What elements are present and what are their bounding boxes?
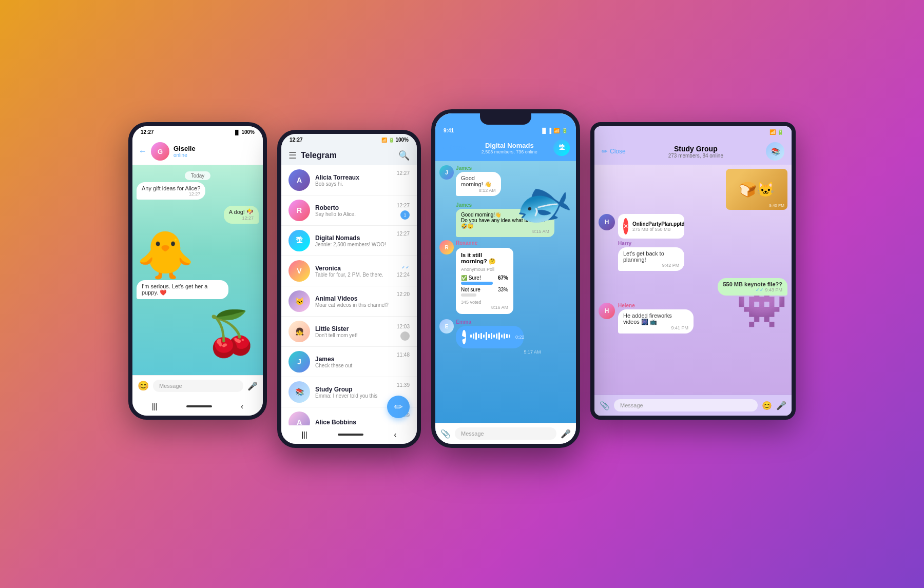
svg-rect-11 (498, 332, 500, 340)
compose-fab[interactable]: ✏ (387, 396, 410, 418)
poll-bar-1 (461, 282, 493, 285)
avatar-little-sister: 👧 (288, 321, 310, 342)
phone2-time: 12:27 (290, 137, 303, 143)
tablet-header: ✏ Close Study Group 273 members, 84 onli… (594, 138, 792, 165)
james-avatar-small: J (439, 165, 454, 180)
cherry-sticker: 🍒 (204, 311, 259, 355)
roxanne-avatar: R (439, 240, 454, 254)
emoji-icon-tablet[interactable]: 😊 (762, 401, 772, 410)
list-item-roberto[interactable]: R Roberto Say hello to Alice. 12:27 1 (281, 195, 417, 226)
svg-rect-5 (483, 335, 485, 338)
msg-bubble-3: I'm serious. Let's get her a puppy. ❤️ (137, 280, 228, 299)
attachment-icon-tablet[interactable]: 📎 (600, 401, 610, 410)
phone1-chat-area: Today Any gift ideas for Alice? 12:27 A … (132, 165, 263, 386)
phone1-input-bar[interactable]: 😊 Message 🎤 (132, 375, 263, 396)
phone3-group-avatar: 🏝 (553, 140, 570, 156)
poll-votes: 345 voted (461, 300, 508, 305)
phone3-group-name: Digital Nomads (470, 142, 549, 149)
img-time: 9:40 PM (769, 203, 784, 208)
harry-msg-row: H ✕ OnlinePartyPlan.pptd 275 MB of 550 M… (599, 214, 787, 274)
helene-msg: Helene He added fireworks videos 🎆 📺 9:4… (618, 303, 713, 337)
svg-rect-10 (496, 334, 497, 339)
tablet-status-bar: 📶 🔋 (594, 126, 792, 138)
svg-rect-13 (504, 334, 505, 339)
mic-icon[interactable]: 🎤 (247, 381, 258, 391)
sparkle-2: ✦ (174, 237, 178, 243)
phone2-battery: 📶 🔋 100% (381, 137, 409, 143)
emma-voice-bubble[interactable]: ▶ (456, 326, 524, 348)
info-veronica: Veronica Table for four, 2 PM. Be there. (315, 265, 392, 278)
phone3-header: ← Chats Digital Nomads 2,503 members, 73… (435, 136, 576, 161)
nav-back-icon: ‹ (241, 402, 243, 410)
info-roberto: Roberto Say hello to Alice. (315, 204, 392, 217)
info-animal-videos: Animal Videos Moar cat videos in this ch… (315, 295, 392, 308)
roxanne-poll: R Roxanne Is it still morning? 🤔 Anonymo… (439, 240, 572, 316)
svg-rect-6 (486, 332, 487, 340)
harry-text-row: Harry Let's get back to planning! 9:42 P… (618, 241, 701, 271)
phone3-input-bar[interactable]: 📎 Message 🎤 (435, 423, 576, 444)
tablet-chat-area: 🍞🐱 9:40 PM 👾 H ✕ OnlinePartyPlan.ppt (594, 165, 792, 403)
phone2-status-bar: 12:27 📶 🔋 100% (281, 134, 417, 146)
file-name: OnlinePartyPlan.pptd (632, 221, 685, 227)
avatar-animal-videos: 🐱 (288, 290, 310, 312)
battery-icon3: 🔋 (562, 128, 568, 133)
mic-icon-tablet[interactable]: 🎤 (776, 401, 786, 410)
play-button[interactable]: ▶ (462, 330, 466, 344)
svg-rect-9 (493, 335, 495, 338)
avatar-roberto: R (288, 200, 310, 221)
svg-rect-14 (506, 334, 508, 338)
hamburger-icon[interactable]: ☰ (288, 150, 297, 161)
voice-waveform (470, 331, 511, 343)
file-size: 275 MB of 550 MB (632, 227, 685, 232)
svg-rect-7 (488, 334, 490, 338)
list-item-alicia[interactable]: A Alicia Torreaux Bob says hi. 12:27 (281, 165, 417, 195)
msg-bubble-1: Any gift ideas for Alice? 12:27 (137, 182, 205, 200)
nav-back-icon2: ‹ (394, 430, 397, 439)
attachment-icon[interactable]: 📎 (440, 429, 451, 439)
info-alice-bobbins: Alice Bobbins (315, 419, 392, 426)
list-item-little-sister[interactable]: 👧 Little Sister Don't tell mom yet! 12:0… (281, 317, 417, 347)
sparkle-1: ✦ (246, 206, 253, 214)
checkmarks: ✓✓ (756, 287, 764, 292)
emoji-icon[interactable]: 😊 (138, 380, 149, 391)
devices-container: 12:27 ▐▌ 100% ← G Giselle online Today A… (128, 109, 796, 479)
tablet-message-input[interactable]: Message (614, 399, 758, 411)
back-chats-btn[interactable]: ← Chats (441, 144, 466, 151)
list-item-digital-nomads[interactable]: 🏝 Digital Nomads Jennie: 2,500 members! … (281, 226, 417, 256)
nav-home-bar (186, 405, 212, 407)
double-check: ✓✓ (401, 265, 410, 270)
tablet-input-bar[interactable]: 📎 Message 😊 🎤 (594, 395, 792, 416)
file-info: OnlinePartyPlan.pptd 275 MB of 550 MB (632, 221, 685, 232)
badge-roberto: 1 (400, 210, 410, 220)
search-icon[interactable]: 🔍 (398, 150, 410, 161)
sister-time-badge: 12:03 (397, 323, 410, 341)
list-item-animal-videos[interactable]: 🐱 Animal Videos Moar cat videos in this … (281, 286, 417, 317)
phone2-nav-bar: ||| ‹ (281, 425, 417, 444)
poll-question: Is it still morning? 🤔 (461, 252, 508, 265)
avatar-digital-nomads: 🏝 (288, 230, 310, 251)
list-item-james[interactable]: J James Check these out 11:48 (281, 347, 417, 377)
list-item-veronica[interactable]: V Veronica Table for four, 2 PM. Be ther… (281, 256, 417, 286)
phone3-group-members: 2,503 members, 736 online (470, 149, 549, 154)
phone1-giselle: 12:27 ▐▌ 100% ← G Giselle online Today A… (128, 122, 267, 420)
phone2-chatlist: 12:27 📶 🔋 100% ☰ Telegram 🔍 A Alicia Tor… (277, 130, 421, 448)
helene-sender: Helene (618, 303, 713, 308)
sent-bubble-tablet: 550 MB keynote file?? ✓✓ 9:43 PM (718, 278, 787, 296)
phone3-message-input[interactable]: Message (455, 427, 556, 440)
back-icon[interactable]: ← (139, 147, 147, 156)
wifi-icon: 📶 (553, 128, 560, 133)
phone3-group-info: Digital Nomads 2,503 members, 736 online (470, 142, 549, 154)
james-bubble-1: Good morning! 👋 8:12 AM (456, 172, 501, 196)
tablet-close-btn[interactable]: Close (610, 148, 626, 155)
helene-bubble: He added fireworks videos 🎆 📺 9:41 PM (618, 309, 694, 334)
harry-sender: Harry (618, 241, 701, 246)
phone1-message-input[interactable]: Message (153, 380, 243, 392)
msg-bubble-2: A dog! 🐶 12:27 (224, 206, 259, 224)
edit-icon-tablet[interactable]: ✏ (602, 147, 608, 155)
phone1-time: 12:27 (141, 129, 154, 135)
svg-rect-8 (491, 333, 492, 339)
roxanne-sender-label: Roxanne (456, 240, 524, 246)
mic-icon3[interactable]: 🎤 (561, 429, 571, 439)
nav-apps-icon2: ||| (302, 430, 307, 439)
nav-apps-icon: ||| (152, 402, 158, 410)
